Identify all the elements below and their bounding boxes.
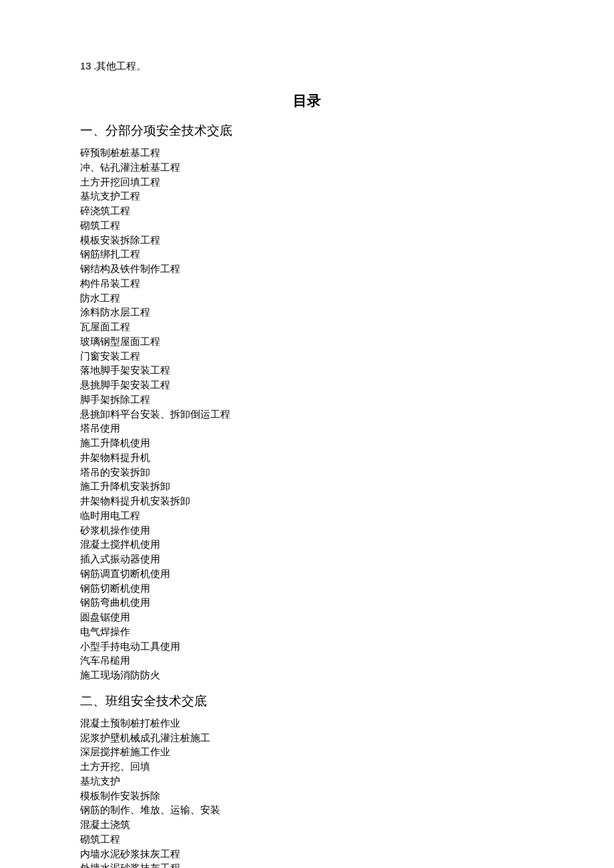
toc-item: 玻璃钢型屋面工程: [80, 335, 534, 350]
toc-item: 瓦屋面工程: [80, 320, 534, 335]
toc-item: 门窗安装工程: [80, 350, 534, 364]
toc-item: 土方开挖回填工程: [80, 175, 534, 190]
toc-item: 钢结构及铁件制作工程: [80, 262, 534, 277]
toc-item: 施工升降机安装拆卸: [80, 480, 534, 494]
toc-item: 脚手架拆除工程: [80, 393, 534, 408]
toc-item: 冲、钻孔灌注桩基工程: [80, 161, 534, 175]
toc-item: 电气焊操作: [80, 625, 534, 640]
toc-item: 模板制作安装拆除: [80, 789, 534, 804]
top-number: 13: [80, 60, 91, 71]
toc-item: 砂浆机操作使用: [80, 524, 534, 538]
toc-item: 外墙水泥砂浆抹灰工程: [80, 861, 534, 868]
toc-item: 钢筋调直切断机使用: [80, 567, 534, 582]
toc-item: 施工升降机使用: [80, 436, 534, 451]
toc-item: 基坑支护工程: [80, 189, 534, 204]
toc-item: 混凝土搅拌机使用: [80, 538, 534, 552]
toc-item: 钢筋的制作、堆放、运输、安装: [80, 803, 534, 818]
toc-item: 砌筑工程: [80, 833, 534, 847]
toc-item: 泥浆护壁机械成孔灌注桩施工: [80, 731, 534, 746]
page-title: 目录: [80, 91, 534, 110]
toc-item: 插入式振动器使用: [80, 552, 534, 567]
toc-item: 碎预制桩桩基工程: [80, 146, 534, 161]
toc-item: 施工现场消防防火: [80, 669, 534, 683]
toc-item: 防水工程: [80, 292, 534, 306]
toc-item: 混凝土预制桩打桩作业: [80, 717, 534, 731]
toc-item: 模板安装拆除工程: [80, 234, 534, 248]
toc-item: 钢筋绑扎工程: [80, 248, 534, 262]
toc-item: 汽车吊槌用: [80, 654, 534, 669]
toc-item: 钢筋切断机使用: [80, 582, 534, 596]
toc-item: 钢筋弯曲机使用: [80, 596, 534, 610]
toc-item: 临时用电工程: [80, 509, 534, 524]
toc-item: 构件吊装工程: [80, 277, 534, 292]
toc-body: 一、分部分项安全技术交底碎预制桩桩基工程冲、钻孔灌注桩基工程土方开挖回填工程基坑…: [80, 122, 534, 868]
top-text: .其他工程。: [91, 61, 147, 71]
toc-item: 井架物料提升机: [80, 451, 534, 466]
toc-item: 悬挑脚手架安装工程: [80, 378, 534, 393]
section-heading: 二、班组安全技术交底: [80, 693, 534, 710]
toc-item: 圆盘锯使用: [80, 610, 534, 625]
toc-item: 小型手持电动工具使用: [80, 640, 534, 655]
toc-item: 塔吊的安装拆卸: [80, 466, 534, 480]
toc-item: 土方开挖、回填: [80, 760, 534, 775]
toc-item: 井架物料提升机安装拆卸: [80, 494, 534, 509]
toc-item: 悬挑卸料平台安装、拆卸倒运工程: [80, 408, 534, 422]
toc-item: 塔吊使用: [80, 422, 534, 436]
toc-item: 混凝土浇筑: [80, 818, 534, 833]
section-heading: 一、分部分项安全技术交底: [80, 122, 534, 139]
toc-item: 内墙水泥砂浆抹灰工程: [80, 847, 534, 862]
toc-item: 落地脚手架安装工程: [80, 364, 534, 378]
toc-item: 砌筑工程: [80, 219, 534, 234]
toc-item: 基坑支护: [80, 775, 534, 789]
toc-item: 深层搅拌桩施工作业: [80, 745, 534, 760]
document-page: 13 .其他工程。 目录 一、分部分项安全技术交底碎预制桩桩基工程冲、钻孔灌注桩…: [0, 0, 614, 868]
top-paragraph: 13 .其他工程。: [80, 60, 534, 73]
toc-item: 涂料防水层工程: [80, 306, 534, 320]
toc-item: 碎浇筑工程: [80, 204, 534, 219]
